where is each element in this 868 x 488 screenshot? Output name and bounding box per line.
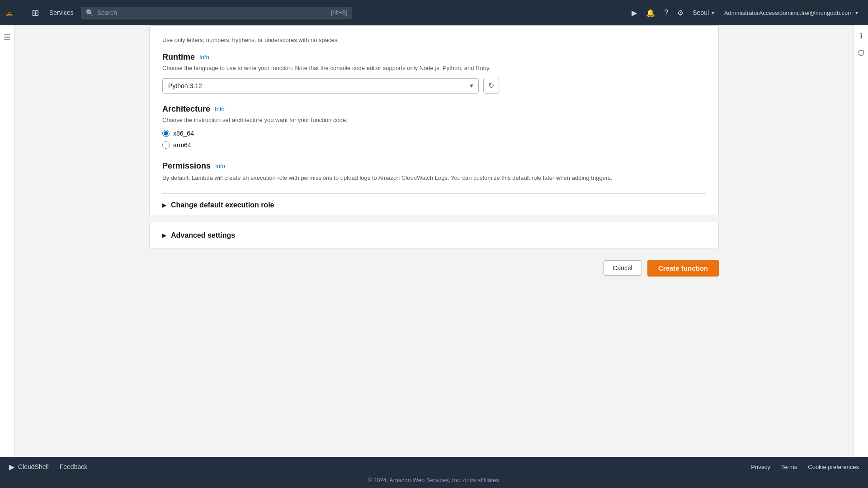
- architecture-description: Choose the instruction set architecture …: [162, 117, 706, 123]
- architecture-arm64-radio[interactable]: [162, 141, 170, 149]
- change-role-section: ▶ Change default execution role: [162, 193, 706, 209]
- region-label: Seoul: [693, 9, 709, 16]
- top-text-section: Use only letters, numbers, hyphens, or u…: [149, 25, 719, 215]
- settings-icon-btn[interactable]: ⚙: [674, 6, 687, 20]
- region-chevron-icon: ▼: [711, 10, 715, 15]
- aws-logo[interactable]: aws: [5, 6, 24, 19]
- runtime-select[interactable]: Python 3.12 Node.js 20.x Node.js 18.x Py…: [162, 78, 479, 94]
- create-function-button[interactable]: Create function: [647, 260, 719, 277]
- apps-icon[interactable]: ⊞: [29, 5, 42, 21]
- refresh-button[interactable]: ↻: [483, 78, 499, 94]
- action-row: Cancel Create function: [149, 249, 719, 284]
- top-helper-text: Use only letters, numbers, hyphens, or u…: [162, 37, 706, 43]
- runtime-header: Runtime Info: [162, 52, 706, 62]
- search-shortcut: [Alt+S]: [331, 9, 347, 16]
- top-navigation: aws ⊞ Services 🔍 [Alt+S] ▶ 🔔 ? ⚙ Seoul ▼…: [0, 0, 868, 25]
- feedback-button[interactable]: Feedback: [60, 463, 87, 470]
- architecture-section: Architecture Info Choose the instruction…: [162, 104, 706, 149]
- bell-icon: 🔔: [646, 9, 655, 17]
- change-role-arrow-icon: ▶: [162, 202, 166, 208]
- footer-bar: ▶ CloudShell Feedback Privacy Terms Cook…: [9, 457, 859, 477]
- change-role-title: Change default execution role: [171, 201, 274, 209]
- search-icon: 🔍: [86, 9, 94, 16]
- cloudshell-label: CloudShell: [18, 463, 49, 470]
- runtime-description: Choose the language to use to write your…: [162, 65, 706, 71]
- advanced-settings-section: ▶ Advanced settings: [149, 222, 719, 249]
- sidebar-info-icon[interactable]: ℹ: [857, 29, 865, 43]
- content-area: Use only letters, numbers, hyphens, or u…: [140, 25, 728, 302]
- account-label: AdministratorAccess/dominic.frei@mongodb…: [724, 9, 853, 16]
- architecture-x86-option[interactable]: x86_64: [162, 130, 706, 137]
- privacy-link[interactable]: Privacy: [751, 464, 770, 470]
- advanced-settings-toggle[interactable]: ▶ Advanced settings: [162, 231, 706, 239]
- region-selector[interactable]: Seoul ▼: [689, 6, 719, 19]
- advanced-settings-title: Advanced settings: [171, 231, 235, 239]
- permissions-header: Permissions Info: [162, 161, 706, 171]
- nav-icons-group: ▶ 🔔 ? ⚙ Seoul ▼ AdministratorAccess/domi…: [628, 6, 863, 20]
- cloudshell-icon: ▶: [9, 463, 14, 471]
- advanced-arrow-icon: ▶: [162, 232, 166, 239]
- permissions-info-link[interactable]: Info: [215, 163, 225, 169]
- refresh-icon: ↻: [488, 81, 494, 90]
- help-icon: ?: [664, 9, 668, 16]
- cancel-button[interactable]: Cancel: [603, 260, 642, 276]
- cookie-link[interactable]: Cookie preferences: [808, 464, 859, 470]
- architecture-arm64-label: arm64: [173, 141, 191, 149]
- architecture-radio-group: x86_64 arm64: [162, 130, 706, 149]
- search-bar[interactable]: 🔍 [Alt+S]: [81, 7, 352, 19]
- main-content: Use only letters, numbers, hyphens, or u…: [14, 25, 854, 457]
- architecture-arm64-option[interactable]: arm64: [162, 141, 706, 149]
- architecture-x86-radio[interactable]: [162, 130, 170, 137]
- gear-icon: ⚙: [677, 9, 684, 17]
- permissions-title: Permissions: [162, 161, 211, 171]
- services-nav[interactable]: Services: [46, 6, 77, 19]
- search-input[interactable]: [97, 9, 327, 16]
- terminal-icon-btn[interactable]: ▶: [628, 6, 641, 20]
- sidebar-toggle[interactable]: ☰: [0, 29, 14, 46]
- permissions-section: Permissions Info By default, Lambda will…: [162, 161, 706, 183]
- account-menu[interactable]: AdministratorAccess/dominic.frei@mongodb…: [721, 7, 863, 19]
- runtime-title: Runtime: [162, 52, 195, 62]
- cloudshell-button[interactable]: ▶ CloudShell: [9, 463, 49, 471]
- terms-link[interactable]: Terms: [781, 464, 797, 470]
- right-sidebar: ℹ: [854, 25, 868, 457]
- left-sidebar: ☰: [0, 25, 14, 457]
- change-role-toggle[interactable]: ▶ Change default execution role: [162, 201, 706, 209]
- permissions-description: By default, Lambda will create an execut…: [162, 174, 660, 183]
- svg-text:aws: aws: [6, 13, 13, 17]
- architecture-header: Architecture Info: [162, 104, 706, 114]
- copyright-text: © 2024, Amazon Web Services, Inc. or its…: [9, 477, 859, 488]
- terminal-icon: ▶: [632, 9, 637, 17]
- footer: ▶ CloudShell Feedback Privacy Terms Cook…: [0, 457, 868, 488]
- main-layout: ☰ Use only letters, numbers, hyphens, or…: [0, 25, 868, 457]
- architecture-x86-label: x86_64: [173, 130, 194, 137]
- runtime-select-wrapper: Python 3.12 Node.js 20.x Node.js 18.x Py…: [162, 78, 479, 94]
- help-icon-btn[interactable]: ?: [660, 6, 672, 19]
- runtime-row: Python 3.12 Node.js 20.x Node.js 18.x Py…: [162, 78, 706, 94]
- notifications-icon-btn[interactable]: 🔔: [642, 6, 659, 20]
- runtime-info-link[interactable]: Info: [199, 54, 209, 61]
- architecture-title: Architecture: [162, 104, 210, 114]
- sidebar-shield-icon[interactable]: [855, 47, 868, 61]
- footer-links: Privacy Terms Cookie preferences: [751, 464, 859, 470]
- runtime-section: Runtime Info Choose the language to use …: [162, 52, 706, 94]
- account-chevron-icon: ▼: [854, 10, 859, 15]
- architecture-info-link[interactable]: Info: [215, 106, 225, 113]
